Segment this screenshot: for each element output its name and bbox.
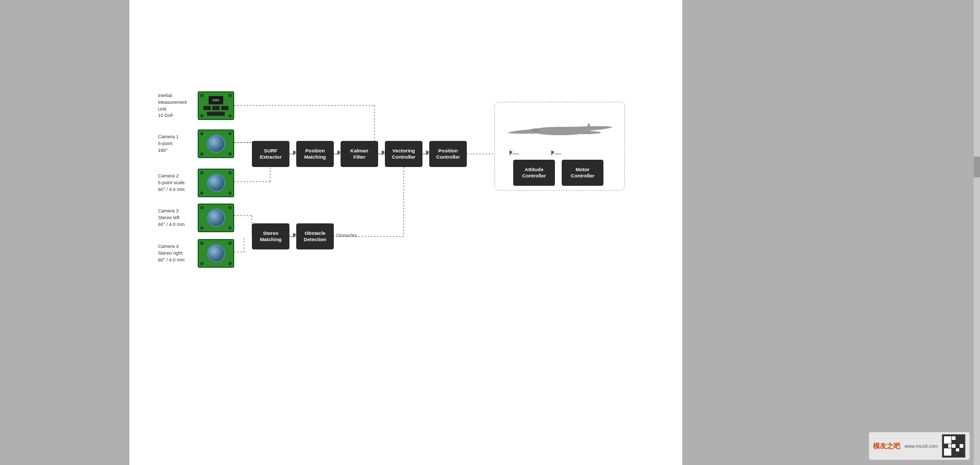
attitude-controller-label: Attitude Controller: [517, 166, 551, 180]
uav-enclosure: Attitude Controller Motor Controller: [494, 102, 625, 190]
imu-sensor: Inertial Measurement Unit 10 DoF ARM7: [158, 91, 234, 120]
imu-label: Inertial Measurement Unit 10 DoF: [158, 92, 195, 119]
imu-chip: ARM7: [209, 96, 223, 104]
stereo-matching-label: Stereo Matching: [256, 230, 285, 243]
obstacles-label: Obstacles: [336, 233, 357, 238]
camera1-sensor: Camera 1 5-point 180°: [158, 129, 234, 158]
qr-code-placeholder: [942, 434, 965, 458]
svg-point-30: [572, 131, 601, 134]
position-matching-label: Position Matching: [300, 148, 330, 161]
camera2-label: Camera 2 5-point scale 60° / 4.0 mm: [158, 173, 195, 193]
vectoring-controller-label: Vectoring Controller: [389, 148, 418, 161]
watermark-area: 模友之吧 www.mo18.com: [869, 432, 970, 460]
camera4-label: Camera 4 Stereo right 60° / 4.0 mm: [158, 243, 195, 263]
obstacle-detection-block: Obstacle Detection: [296, 223, 334, 249]
imu-small-chip-3: [221, 106, 228, 110]
camera4-board: [198, 239, 234, 268]
position-controller-block: Position Controller: [429, 141, 467, 167]
motor-controller-block: Motor Controller: [562, 160, 603, 186]
watermark-link: www.mo18.com: [904, 444, 938, 449]
svg-rect-33: [531, 129, 539, 132]
kalman-filter-label: Kalman Filter: [345, 148, 374, 161]
scrollbar-track[interactable]: [974, 0, 980, 465]
uav-silhouette: [505, 108, 615, 149]
scrollbar-thumb[interactable]: [974, 157, 980, 177]
camera3-sensor: Camera 3 Stereo left 60° / 4.0 mm: [158, 204, 234, 232]
watermark-chinese: 模友之吧: [873, 442, 900, 451]
obstacle-detection-label: Obstacle Detection: [300, 230, 330, 243]
camera2-lens: [207, 174, 225, 192]
stereo-matching-block: Stereo Matching: [252, 223, 289, 249]
camera2-board: [198, 169, 234, 197]
imu-board: ARM7: [198, 91, 234, 120]
camera3-label: Camera 3 Stereo left 60° / 4.0 mm: [158, 208, 195, 228]
camera1-lens: [207, 135, 225, 153]
attitude-controller-block: Attitude Controller: [513, 160, 555, 186]
svg-point-31: [587, 123, 590, 134]
surf-extractor-block: SURF Extractor: [252, 141, 289, 167]
motor-controller-label: Motor Controller: [566, 166, 599, 180]
kalman-filter-block: Kalman Filter: [341, 141, 378, 167]
imu-small-chip-2: [212, 106, 220, 110]
camera3-lens: [207, 209, 225, 227]
camera4-sensor: Camera 4 Stereo right 60° / 4.0 mm: [158, 239, 234, 268]
camera1-label: Camera 1 5-point 180°: [158, 134, 195, 153]
camera2-sensor: Camera 2 5-point scale 60° / 4.0 mm: [158, 169, 234, 197]
camera4-lens: [207, 244, 225, 263]
main-canvas: Inertial Measurement Unit 10 DoF ARM7: [129, 0, 682, 465]
position-controller-label: Position Controller: [433, 148, 463, 161]
camera1-board: [198, 129, 234, 158]
position-matching-block: Position Matching: [296, 141, 334, 167]
vectoring-controller-block: Vectoring Controller: [385, 141, 422, 167]
imu-small-chip-4: [207, 112, 225, 116]
surf-extractor-label: SURF Extractor: [256, 148, 285, 161]
diagram-area: Inertial Measurement Unit 10 DoF ARM7: [129, 42, 682, 303]
camera3-board: [198, 204, 234, 232]
imu-small-chip-1: [203, 106, 211, 110]
